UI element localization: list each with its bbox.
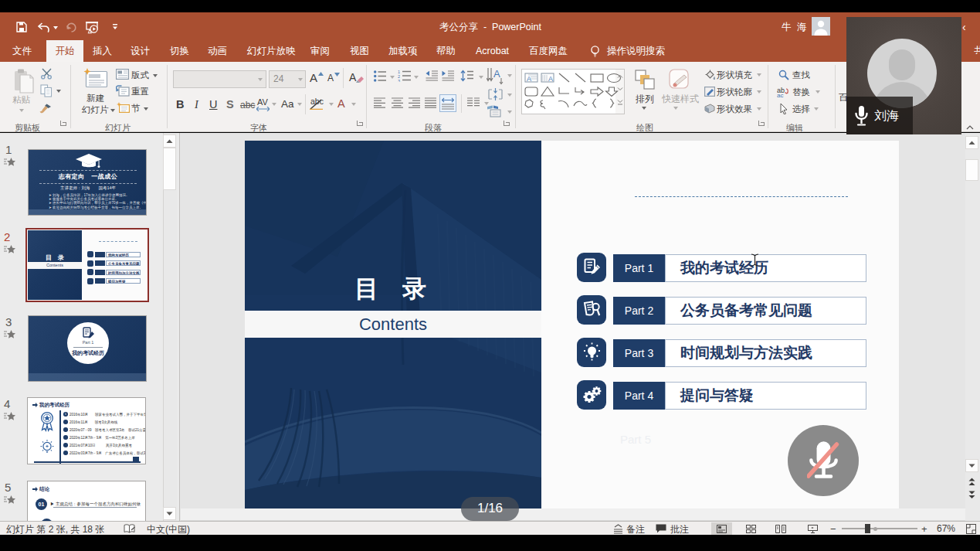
- svg-text:A: A: [527, 75, 531, 83]
- svg-text:ac: ac: [777, 92, 783, 97]
- svg-text:A: A: [548, 75, 553, 83]
- svg-text:3: 3: [398, 79, 400, 83]
- svg-text:A: A: [493, 68, 500, 80]
